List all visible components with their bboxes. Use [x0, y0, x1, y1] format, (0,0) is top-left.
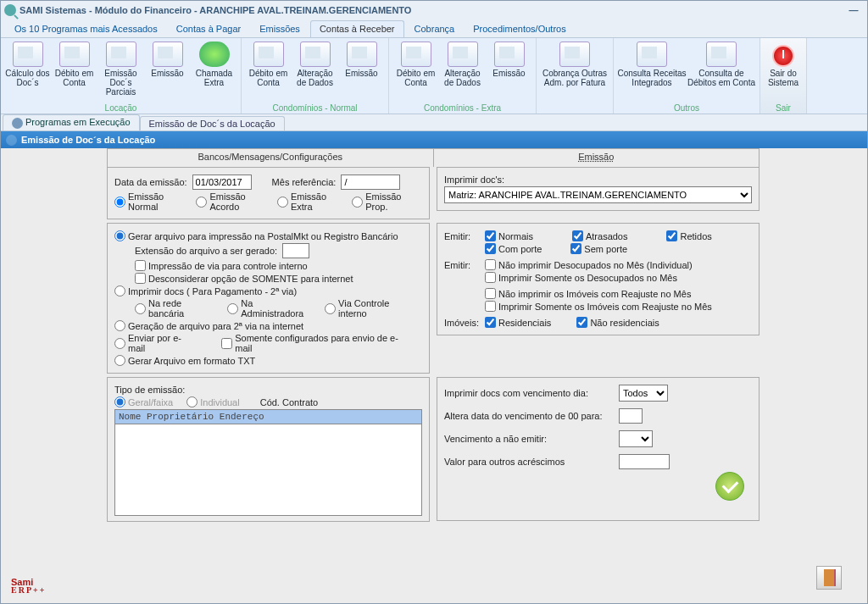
lbl-extensao: Extensão do arquivo a ser gerado:	[135, 246, 277, 256]
input-extensao[interactable]	[282, 243, 309, 258]
radio-administradora[interactable]: Na Administradora	[227, 298, 311, 319]
subtab-emissao-docs[interactable]: Emissão de Doc´s da Locação	[140, 116, 285, 130]
ritem-emissao-loc[interactable]: Emissão	[144, 40, 191, 97]
doc-icon	[153, 42, 183, 67]
doc-icon	[401, 42, 431, 67]
ritem-debito-ce[interactable]: Débito em Conta	[392, 40, 439, 87]
chk-somente-config[interactable]: Somente configurados para envio de e-mai…	[221, 333, 414, 353]
lbl-data-emissao: Data da emissão:	[114, 177, 187, 187]
ritem-debito-cn[interactable]: Débito em Conta	[245, 40, 292, 87]
magnifier-icon	[6, 135, 17, 146]
radio-rede-bancaria[interactable]: Na rede bancária	[135, 298, 214, 319]
ribbon-toolbar: Cálculo dos Doc´s Débito em Conta Emissã…	[1, 38, 867, 114]
radio-via-controle-interno[interactable]: Via Controle interno	[325, 298, 414, 319]
section-title: Emissão de Doc´s da Locação	[21, 135, 155, 145]
select-venc-dia[interactable]: Todos	[619, 385, 668, 402]
ritem-consulta-receitas[interactable]: Consulta Receitas Integrados	[617, 40, 687, 87]
radio-gerar-arquivo[interactable]: Gerar arquivo para impressão na PostalMk…	[114, 230, 398, 241]
section-header: Emissão de Doc´s da Locação	[1, 131, 867, 148]
radio-imprimir-2via[interactable]: Imprimir docs ( Para Pagamento - 2ª via)	[114, 285, 297, 296]
radio-individual[interactable]: Individual	[186, 396, 239, 407]
radio-gerar-txt[interactable]: Gerar Arquivo em formato TXT	[114, 355, 255, 366]
ribbon-group-cond-extra: Débito em Conta Alteração de Dados Emiss…	[389, 38, 537, 114]
doc-icon	[300, 42, 331, 67]
ritem-consulta-debitos[interactable]: Consulta de Débitos em Conta	[687, 40, 756, 87]
chk-atrasados[interactable]: Atrasados	[572, 230, 628, 241]
radio-emissao-normal[interactable]: Emissão Normal	[114, 191, 182, 212]
ritem-alteracao-cn[interactable]: Alteração de Dados	[292, 40, 338, 87]
select-imprimir-docs[interactable]: Matriz: ARANCHIPE AVAL.TREINAM.GERENCIAM…	[444, 186, 752, 203]
group-label-cn: Condomínios - Normal	[272, 103, 357, 114]
panel-tabs: Bancos/Mensagens/Configurações Emissão	[107, 148, 760, 167]
minimize-button[interactable]: —	[847, 5, 860, 15]
globe-refresh-icon	[199, 42, 230, 67]
lbl-mes-ref: Mês referência:	[272, 177, 337, 187]
subtabs-strip: Programas em Execução Emissão de Doc´s d…	[1, 114, 867, 131]
doc-icon	[637, 42, 667, 67]
ritem-emissao-cn[interactable]: Emissão	[338, 40, 385, 87]
group-label-ce: Condomínios - Extra	[424, 103, 501, 114]
lbl-cod-contrato: Cód. Contrato	[260, 397, 318, 407]
ribbon-group-sair: Sair do Sistema Sair	[760, 38, 807, 114]
radio-enviar-email[interactable]: Enviar por e-mail	[114, 333, 198, 353]
chk-via-controle[interactable]: Impressão de via para controle interno	[135, 260, 308, 271]
lbl-venc-nao: Vencimento a não emitir:	[444, 434, 614, 444]
radio-emissao-prop[interactable]: Emissão Prop.	[352, 191, 414, 212]
tab-procedimentos[interactable]: Procedimentos/Outros	[465, 21, 574, 37]
ritem-emissao-ce[interactable]: Emissão	[486, 40, 532, 87]
ritem-alteracao-ce[interactable]: Alteração de Dados	[439, 40, 486, 87]
confirm-button[interactable]	[715, 472, 744, 501]
doc-icon	[253, 42, 284, 67]
lbl-emitir2: Emitir:	[444, 260, 480, 270]
ritem-chamada-extra[interactable]: Chamada Extra	[191, 40, 237, 97]
chk-nao-residenciais[interactable]: Não residenciais	[576, 317, 659, 328]
doc-icon	[706, 42, 737, 67]
brand-logo: Sami ERP++	[11, 553, 46, 595]
doc-icon	[347, 42, 377, 67]
lbl-tipo-emissao: Tipo de emissão:	[114, 385, 185, 395]
chk-imp-reaj[interactable]: Imprimir Somente os Imóveis com Reajuste…	[485, 301, 712, 312]
input-data-emissao[interactable]	[192, 175, 252, 190]
doc-icon	[494, 42, 525, 67]
ritem-debito-conta-loc[interactable]: Débito em Conta	[51, 40, 97, 97]
doc-icon	[106, 42, 136, 67]
ritem-sair[interactable]: Sair do Sistema	[764, 40, 803, 87]
grid-body[interactable]	[114, 424, 422, 516]
ritem-cobranca-fatura[interactable]: Cobrança Outras Adm. por Fatura	[540, 40, 609, 87]
ritem-calculo-docs[interactable]: Cálculo dos Doc´s	[4, 40, 51, 97]
radio-emissao-acordo[interactable]: Emissão Acordo	[196, 191, 263, 212]
chk-nao-imp-desoc[interactable]: Não imprimir Desocupados no Mês (Individ…	[485, 259, 693, 270]
chk-normais[interactable]: Normais	[485, 230, 533, 241]
select-venc-nao[interactable]	[619, 430, 653, 447]
grid-header: Nome Proprietário Endereço	[114, 409, 422, 424]
chk-residenciais[interactable]: Residenciais	[485, 317, 551, 328]
input-mes-ref[interactable]	[341, 175, 400, 190]
panel-tab-bancos[interactable]: Bancos/Mensagens/Configurações	[107, 148, 434, 167]
exit-button[interactable]	[816, 566, 842, 590]
tab-cobranca[interactable]: Cobrança	[406, 21, 464, 37]
radio-geral-faixa[interactable]: Geral/faixa	[114, 396, 173, 407]
panel-tab-emissao[interactable]: Emissão	[434, 148, 760, 167]
radio-emissao-extra[interactable]: Emissão Extra	[277, 191, 338, 212]
ritem-emissao-parciais[interactable]: Emissão Doc´s Parciais	[97, 40, 144, 97]
group-label-outros: Outros	[674, 103, 699, 114]
chk-desconsiderar[interactable]: Desconsiderar opção de SOMENTE para inte…	[135, 273, 353, 284]
chk-retidos[interactable]: Retidos	[666, 230, 711, 241]
radio-geracao-internet[interactable]: Geração de arquivo para 2ª via na intern…	[114, 320, 303, 331]
input-valor-acresc[interactable]	[619, 454, 670, 469]
chk-semporte[interactable]: Sem porte	[570, 243, 627, 254]
tab-contas-receber[interactable]: Contas à Receber	[310, 20, 404, 37]
subtab-programas[interactable]: Programas em Execução	[3, 114, 140, 130]
input-altera-venc[interactable]	[619, 408, 643, 424]
lbl-venc-dia: Imprimir docs com vencimento dia:	[444, 388, 614, 398]
group-label-cob	[574, 103, 576, 114]
tab-emissoes[interactable]: Emissões	[251, 21, 309, 37]
chk-nao-reaj[interactable]: Não imprimir os Imóveis com Reajuste no …	[485, 288, 691, 299]
power-icon	[772, 45, 794, 67]
tab-os10[interactable]: Os 10 Programas mais Acessados	[6, 21, 166, 37]
top-left-box: Data da emissão: Mês referência: Emissão…	[107, 167, 430, 219]
tab-contas-pagar[interactable]: Contas à Pagar	[168, 21, 249, 37]
gen-options-box: Gerar arquivo para impressão na PostalMk…	[107, 223, 430, 374]
chk-imp-som-desoc[interactable]: Imprimir Somente os Desocupados no Mês	[485, 272, 677, 283]
chk-comporte[interactable]: Com porte	[485, 243, 542, 254]
